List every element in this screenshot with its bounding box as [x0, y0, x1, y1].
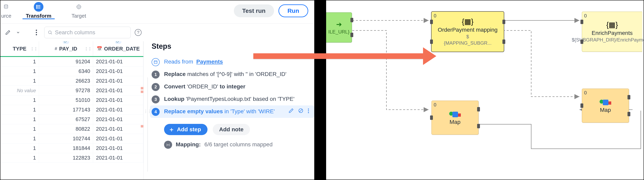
cell-payid: 80822: [39, 124, 93, 134]
col-drag-icon[interactable]: ⋮⋮: [84, 47, 92, 51]
table-row[interactable]: 1675272021-01-01: [0, 115, 143, 124]
node-source[interactable]: ➔ ILE_URL}: [326, 12, 352, 42]
node-map-2[interactable]: 0 Map: [582, 89, 629, 123]
add-note-button[interactable]: Add note: [213, 124, 250, 135]
cell-date: 2021-01-01: [93, 134, 143, 143]
cell-date: 2021-01-01: [93, 86, 143, 95]
kebab-icon[interactable]: [308, 107, 309, 116]
map-icon: [600, 98, 611, 105]
grid-rows: 1912042021-01-01163402021-01-01126623202…: [0, 57, 143, 163]
link-icon: 🔗: [63, 41, 69, 44]
steps-title: Steps: [152, 41, 314, 56]
cell-type: 1: [0, 95, 39, 105]
cell-payid: 67527: [39, 115, 93, 124]
map-icon: [449, 110, 461, 117]
node-sub2: {MAPPING_SUBGR...: [444, 40, 492, 46]
cell-date: 2021-01-01: [93, 95, 143, 105]
cell-payid: 91204: [39, 57, 93, 66]
step-reads-from[interactable]: Reads from Payments: [152, 56, 314, 68]
drag-handle-icon[interactable]: ⋮⋮: [144, 109, 151, 114]
node-title: Map: [600, 107, 611, 113]
step-text: Replace matches of '[^0-9]' with '' in '…: [164, 70, 286, 78]
hash-icon: #: [55, 46, 57, 51]
steps-panel: Steps Reads from Payments 1Replace match…: [144, 41, 314, 180]
cell-payid: 177143: [39, 105, 93, 114]
table-row[interactable]: 11027442021-01-01: [0, 134, 143, 144]
test-run-button[interactable]: Test run: [234, 4, 274, 17]
col-label: PAY_ID: [59, 46, 77, 52]
tab-target-label: Target: [72, 13, 86, 19]
table-row[interactable]: 11771432021-01-01: [0, 105, 143, 115]
arrow-right-icon: ➔: [336, 20, 342, 28]
step-text: Replace empty values in 'Type' with 'WIR…: [164, 107, 275, 116]
mapping-label: Mapping:: [176, 141, 201, 148]
pencil-icon[interactable]: [4, 29, 12, 36]
cell-date: 2021-01-01: [93, 76, 143, 86]
table-row[interactable]: No value972782021-01-01: [0, 86, 143, 95]
chevron-down-icon[interactable]: [16, 29, 20, 36]
cell-date: 2021-01-01: [93, 67, 143, 76]
tabs-row: urce Transform Target Test run Run: [0, 0, 314, 24]
svg-point-22: [308, 109, 309, 110]
record-count: 0: [434, 102, 436, 108]
toolbar: Search columns ?: [0, 24, 314, 41]
table-row[interactable]: 1510102021-01-01: [0, 95, 143, 105]
col-header-type[interactable]: TYPE ⋮⋮: [0, 41, 39, 56]
svg-point-0: [4, 4, 8, 6]
col-header-payid[interactable]: 🔗 # PAY_ID ⋮⋮: [39, 41, 93, 56]
run-button[interactable]: Run: [278, 4, 308, 17]
search-input[interactable]: Search columns: [44, 27, 131, 38]
col-drag-icon[interactable]: ⋮⋮: [30, 47, 38, 51]
svg-point-4: [36, 5, 37, 6]
node-title: Map: [450, 119, 460, 125]
subgraph-icon: {▦}: [606, 21, 618, 29]
node-orderpayment-mapping[interactable]: 0 {▦} OrderPayment mapping $ {MAPPING_SU…: [432, 12, 504, 52]
mapping-footer[interactable]: Mapping: 6/6 target columns mapped: [152, 135, 314, 149]
add-step-button[interactable]: ＋ Add step: [164, 124, 208, 135]
target-icon: [74, 2, 84, 12]
table-row[interactable]: 1266232021-01-01: [0, 76, 143, 86]
col-header-orderdate[interactable]: 🔗 📅 ORDER_DATE: [93, 41, 143, 56]
kebab-icon[interactable]: [32, 29, 40, 36]
cell-payid: 122823: [39, 153, 93, 163]
wrangler-panel: urce Transform Target Test run Run Sea: [0, 0, 315, 180]
node-map-1[interactable]: 0 Map: [432, 101, 478, 135]
table-row[interactable]: 1912042021-01-01: [0, 57, 143, 67]
step-4[interactable]: ⋮⋮4Replace empty values in 'Type' with '…: [150, 105, 314, 118]
tab-transform[interactable]: Transform: [18, 2, 59, 19]
mapping-icon: [164, 141, 172, 149]
step-1[interactable]: 1Replace matches of '[^0-9]' with '' in …: [152, 68, 314, 81]
cell-date: 2021-01-01: [93, 57, 143, 66]
tab-source[interactable]: urce: [0, 2, 18, 19]
cell-payid: 181844: [39, 144, 93, 153]
table-row[interactable]: 1808222021-01-01: [0, 124, 143, 134]
table-row[interactable]: 11228232021-01-01: [0, 153, 143, 163]
tab-target[interactable]: Target: [59, 2, 99, 19]
help-icon[interactable]: ?: [135, 29, 142, 36]
svg-point-6: [36, 8, 37, 8]
step-number: 3: [152, 95, 160, 103]
step-3[interactable]: 3Lookup 'PaymentTypesLookup.txt' based o…: [152, 93, 314, 105]
disable-icon[interactable]: [298, 107, 304, 116]
search-icon: [48, 30, 52, 35]
step-2[interactable]: 2Convert 'ORDER_ID' to integer: [152, 81, 314, 93]
table-row[interactable]: 163402021-01-01: [0, 67, 143, 76]
tab-transform-label: Transform: [26, 13, 51, 19]
tab-source-label: urce: [1, 13, 12, 19]
cell-type: 1: [0, 57, 39, 66]
step-actions: [288, 107, 309, 116]
reads-from-link[interactable]: Payments: [196, 59, 223, 65]
column-headers: TYPE ⋮⋮ 🔗 # PAY_ID ⋮⋮ 🔗 📅 ORDER_DATE: [0, 41, 143, 57]
node-enrichpayments[interactable]: 0 {▦} EnrichPayments ${SUBGRAPH_DIR}/Enr…: [582, 12, 642, 52]
svg-point-5: [36, 6, 37, 7]
data-grid: TYPE ⋮⋮ 🔗 # PAY_ID ⋮⋮ 🔗 📅 ORDER_DATE: [0, 41, 144, 180]
cell-type: 1: [0, 115, 39, 124]
svg-rect-18: [154, 61, 157, 64]
graph-canvas[interactable]: ➔ ILE_URL} 0 {▦} OrderPayment mapping $ …: [326, 0, 644, 180]
table-row[interactable]: 11818442021-01-01: [0, 144, 143, 153]
col-label: TYPE: [13, 46, 26, 52]
col-label: ORDER_DATE: [104, 46, 140, 52]
edit-icon[interactable]: [288, 107, 294, 116]
cell-date: 2021-01-01: [93, 115, 143, 124]
link-icon: 🔗: [115, 41, 121, 44]
